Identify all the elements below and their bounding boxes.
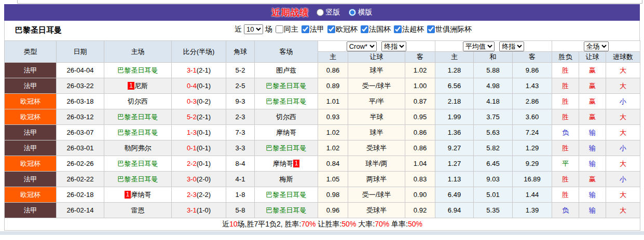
matches-count-select[interactable]: 10 (244, 24, 263, 34)
cutoff-input-edge (17, 0, 642, 4)
team-name[interactable]: 图卢兹 (276, 66, 296, 74)
league-checkbox-ligue1[interactable]: 法甲 (298, 25, 324, 34)
avg-cell: 1.39 (513, 203, 552, 218)
team-name[interactable]: 巴黎圣日耳曼 (266, 97, 307, 105)
avg-cell: 6.49 (435, 187, 474, 203)
result-cell: 输 (579, 140, 606, 156)
filters: 近 10 场 同主 法甲 欧冠杯 法国杯 法超杯 (235, 24, 472, 34)
team-name[interactable]: 巴黎圣日耳曼 (266, 144, 307, 152)
league-checkbox-supercup[interactable]: 法超杯 (391, 25, 424, 34)
corner-cell: 3-3 (226, 140, 255, 156)
team-name[interactable]: 巴黎圣日耳曼 (266, 206, 307, 214)
team-name[interactable]: 摩纳哥 (276, 129, 296, 136)
league-checkbox-coupe[interactable]: 法国杯 (358, 25, 391, 34)
team-name[interactable]: 摩纳哥 (273, 160, 293, 167)
table-row: 法甲26-02-14雷恩3-1(1-0)5-8巴黎圣日耳曼0.96受球半0.92… (5, 203, 640, 218)
away-team-cell: 图卢兹 (255, 63, 318, 78)
league-checkbox-ucl[interactable]: 欧冠杯 (324, 25, 358, 34)
team-name[interactable]: 切尔西 (276, 113, 296, 121)
table-row: 欧冠杯26-03-18切尔西0-3(0-2)9-3巴黎圣日耳曼1.01平/半0.… (5, 94, 640, 109)
team-name[interactable]: 梅斯 (280, 175, 293, 183)
radio-horizontal-input[interactable] (349, 9, 356, 16)
result-cell: 输 (579, 203, 606, 218)
home-team-cell: 巴黎圣日耳曼 (104, 125, 172, 140)
avg-cell: 9.29 (513, 156, 552, 172)
odds-cell: 1.00 (405, 78, 435, 94)
odds-cell: 0.95 (405, 109, 435, 125)
league-label: 世俱洲际杯 (435, 25, 472, 34)
team-name[interactable]: 巴黎圣日耳曼 (118, 129, 158, 136)
date-cell: 26-03-01 (57, 140, 104, 156)
avg-cell: 9.86 (513, 63, 552, 78)
team-name[interactable]: 巴黎圣日耳曼 (118, 175, 158, 183)
radio-vertical[interactable]: 竖版 (317, 8, 340, 17)
away-team-cell: 巴黎圣日耳曼 (255, 203, 318, 218)
league-checkbox-ligue1-input[interactable] (302, 25, 309, 33)
half-time-score: (0-1) (197, 82, 211, 90)
summary-segment: 70% (375, 220, 389, 228)
result-cell: 胜 (552, 94, 579, 109)
odds-cell: 0.98 (318, 187, 348, 203)
team-name[interactable]: 摩纳哥 (131, 191, 151, 199)
summary-segment: 70% (302, 220, 316, 228)
half-time-score: (1-0) (197, 206, 211, 214)
col-header-type: 类型 (5, 41, 57, 63)
average-final-select[interactable]: 终指 (499, 41, 524, 51)
odds-company-select[interactable]: Crow* (347, 41, 377, 51)
team-name[interactable]: 巴黎圣日耳曼 (118, 113, 158, 121)
team-name[interactable]: 巴黎圣日耳曼 (266, 82, 307, 90)
summary-segment: 场,胜7平1负2, 胜率: (238, 220, 302, 228)
team-name[interactable]: 巴黎圣日耳曼 (118, 66, 158, 74)
away-team-cell: 切尔西 (255, 109, 318, 125)
team-name[interactable]: 勒阿弗尔 (125, 144, 152, 152)
league-checkbox-coupe-input[interactable] (361, 25, 368, 33)
col-header-away: 客场 (255, 41, 318, 63)
radio-vertical-input[interactable] (317, 9, 324, 16)
same-home-checkbox-input[interactable] (276, 25, 283, 33)
league-label: 法国杯 (369, 25, 391, 34)
odds-final-select[interactable]: 终指 (381, 41, 406, 51)
odds-cell: 0.87 (405, 94, 435, 109)
team-name[interactable]: 巴黎圣日耳曼 (266, 191, 307, 199)
odds-cell: 0.89 (318, 78, 348, 94)
corner-cell: 2-5 (226, 78, 255, 94)
avg-cell: 7.24 (513, 125, 552, 140)
odds-cell: 半球 (348, 109, 405, 125)
score-cell: 0-3(0-2) (172, 94, 226, 109)
team-name[interactable]: 尼斯 (134, 82, 148, 90)
score-cell: 2-2(0-1) (172, 156, 226, 172)
result-cell: 胜 (552, 109, 579, 125)
full-match-select[interactable]: 全场 (584, 41, 609, 51)
league-label: 法超杯 (402, 25, 424, 34)
rank-badge: 1 (128, 82, 134, 90)
odds-cell: 1.02 (318, 125, 348, 140)
col-header-corner: 角球 (226, 41, 255, 63)
league-checkbox-cwc-input[interactable] (427, 25, 435, 33)
team-name[interactable]: 雷恩 (131, 206, 145, 214)
summary-segment: 大率: (356, 220, 375, 228)
result-cell: 胜 (552, 63, 579, 78)
team-name[interactable]: 巴黎圣日耳曼 (118, 160, 158, 167)
odds-cell: 1.05 (318, 172, 348, 187)
near-label: 近 (235, 25, 242, 34)
full-time-score: 0-4 (187, 82, 197, 90)
league-checkbox-supercup-input[interactable] (394, 25, 402, 33)
corner-cell: 4-1 (226, 172, 255, 187)
page-title: 近期战绩 (272, 7, 309, 19)
league-checkbox-cwc[interactable]: 世俱洲际杯 (424, 25, 472, 34)
full-time-score: 3-0 (187, 175, 197, 183)
avg-cell: 5.88 (474, 63, 513, 78)
same-home-checkbox[interactable]: 同主 (272, 25, 298, 34)
score-cell: 5-2(2-1) (172, 109, 226, 125)
title-bar: 近期战绩 竖版 横版 (4, 4, 640, 21)
league-checkbox-ucl-input[interactable] (327, 25, 335, 33)
sub-header-odds-home: 主 (318, 52, 348, 63)
home-team-cell: 1尼斯 (104, 78, 172, 94)
result-cell: 赢 (579, 109, 606, 125)
average-select[interactable]: 平均值 (463, 41, 495, 51)
corner-cell: 7-3 (226, 125, 255, 140)
sub-header-odds-handicap: 让球 (348, 52, 405, 63)
radio-horizontal[interactable]: 横版 (349, 8, 373, 17)
team-name[interactable]: 切尔西 (128, 97, 148, 105)
odds-cell: 受球半 (348, 203, 405, 218)
